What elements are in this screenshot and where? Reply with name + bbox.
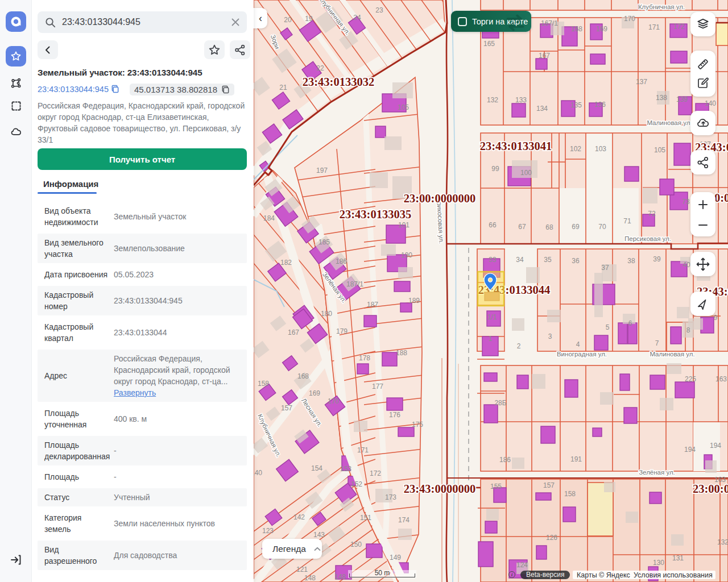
svg-text:175: 175: [412, 421, 423, 429]
svg-text:174: 174: [398, 516, 410, 524]
svg-text:Клубничная ул.: Клубничная ул.: [638, 3, 685, 10]
svg-text:23:00:0000000: 23:00:0000000: [404, 192, 475, 205]
svg-text:182: 182: [280, 259, 292, 267]
svg-text:69: 69: [572, 223, 580, 231]
svg-text:184: 184: [263, 214, 275, 222]
svg-text:173: 173: [385, 493, 396, 501]
svg-text:130: 130: [653, 559, 664, 567]
svg-text:21: 21: [279, 84, 287, 92]
svg-text:133: 133: [515, 96, 527, 104]
svg-text:155: 155: [490, 483, 502, 490]
svg-text:103: 103: [595, 145, 606, 153]
svg-text:188: 188: [396, 349, 407, 357]
svg-text:23:00:0000000: 23:00:0000000: [693, 483, 728, 495]
svg-text:142: 142: [293, 513, 305, 521]
svg-text:9: 9: [714, 314, 718, 322]
svg-text:194: 194: [684, 446, 696, 454]
svg-text:152: 152: [351, 480, 362, 488]
svg-text:20: 20: [284, 16, 292, 24]
svg-text:172: 172: [370, 469, 381, 477]
svg-text:71: 71: [623, 217, 631, 225]
svg-text:169: 169: [309, 389, 320, 397]
svg-text:157: 157: [281, 404, 292, 412]
svg-text:170: 170: [624, 15, 635, 23]
svg-text:23:43:0133041: 23:43:0133041: [480, 140, 552, 152]
svg-text:101: 101: [398, 221, 410, 229]
svg-text:165: 165: [483, 40, 495, 48]
svg-text:23:43:0000000: 23:43:0000000: [404, 483, 475, 495]
svg-text:72: 72: [648, 210, 656, 218]
svg-text:194: 194: [710, 442, 721, 450]
svg-text:37: 37: [601, 264, 609, 272]
svg-text:105: 105: [398, 103, 409, 111]
svg-text:158: 158: [258, 380, 269, 388]
svg-text:150: 150: [350, 541, 362, 548]
svg-text:148: 148: [334, 573, 346, 581]
svg-text:189: 189: [408, 297, 420, 305]
svg-text:0:0000000: 0:0000000: [714, 192, 728, 204]
svg-text:8: 8: [686, 326, 690, 334]
svg-text:171: 171: [648, 23, 660, 31]
svg-text:163: 163: [715, 375, 727, 383]
svg-text:124: 124: [516, 561, 528, 569]
svg-text:100: 100: [520, 169, 532, 177]
svg-text:154: 154: [311, 464, 322, 472]
svg-text:3: 3: [548, 332, 552, 340]
svg-text:143: 143: [313, 531, 325, 539]
svg-text:33: 33: [489, 256, 497, 264]
svg-text:67: 67: [518, 223, 526, 231]
svg-text:7: 7: [655, 339, 659, 347]
svg-text:34: 34: [516, 256, 524, 264]
svg-text:121: 121: [296, 566, 308, 573]
svg-text:151: 151: [360, 514, 371, 522]
svg-text:225: 225: [685, 375, 696, 383]
svg-text:157: 157: [543, 481, 555, 489]
svg-text:19: 19: [305, 15, 313, 23]
svg-text:168: 168: [571, 25, 582, 33]
svg-text:136: 136: [594, 101, 606, 109]
svg-text:24: 24: [353, 14, 361, 22]
svg-text:40: 40: [682, 261, 690, 269]
svg-text:139: 139: [676, 95, 688, 103]
svg-text:Малиновая ул.: Малиновая ул.: [647, 119, 692, 126]
svg-text:135: 135: [570, 101, 582, 109]
svg-text:Виноградная ул.: Виноградная ул.: [557, 351, 607, 357]
svg-text:138: 138: [656, 94, 667, 102]
svg-text:6: 6: [628, 319, 632, 327]
svg-text:134: 134: [536, 105, 548, 113]
svg-text:158: 158: [564, 490, 576, 498]
svg-text:190: 190: [401, 251, 412, 259]
svg-text:187/1: 187/1: [346, 280, 363, 288]
svg-text:23:43:0133032: 23:43:0133032: [303, 76, 374, 88]
svg-text:176: 176: [389, 411, 400, 419]
svg-text:187: 187: [367, 301, 378, 309]
svg-text:2: 2: [517, 342, 521, 350]
svg-text:39: 39: [653, 255, 661, 263]
svg-text:28Б: 28Б: [494, 399, 506, 407]
svg-text:167: 167: [539, 52, 550, 60]
svg-text:168: 168: [297, 372, 309, 380]
svg-text:23: 23: [375, 6, 383, 14]
svg-text:70: 70: [598, 223, 606, 231]
svg-text:197: 197: [316, 167, 328, 174]
svg-text:73: 73: [682, 198, 690, 206]
svg-text:Зелёная ул.: Зелёная ул.: [639, 469, 675, 476]
svg-text:123: 123: [262, 527, 274, 535]
svg-text:186: 186: [499, 456, 511, 464]
svg-text:66: 66: [489, 221, 497, 229]
svg-text:191: 191: [570, 455, 582, 463]
svg-text:171: 171: [357, 446, 369, 454]
svg-text:126: 126: [546, 534, 557, 542]
svg-text:137: 137: [636, 78, 647, 86]
svg-text:153: 153: [340, 465, 351, 473]
svg-text:4: 4: [576, 340, 580, 348]
svg-text:140: 140: [705, 99, 716, 107]
svg-text:140: 140: [254, 469, 262, 477]
svg-text:99: 99: [491, 165, 499, 173]
svg-text:1/1: 1/1: [487, 313, 497, 321]
svg-text:167/1: 167/1: [541, 19, 558, 27]
svg-text:167: 167: [288, 329, 299, 336]
svg-text:169: 169: [596, 25, 607, 33]
svg-text:170: 170: [328, 397, 339, 405]
svg-text:68: 68: [545, 223, 553, 231]
